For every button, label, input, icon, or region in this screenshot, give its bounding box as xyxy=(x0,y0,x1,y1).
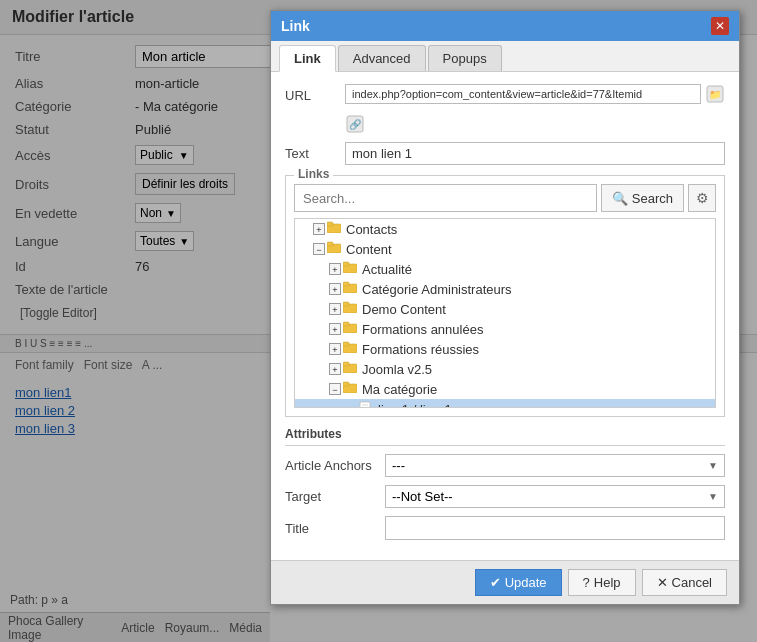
svg-rect-19 xyxy=(343,362,349,366)
target-arrow: ▼ xyxy=(708,491,718,502)
tree-item-label: Catégorie Administrateurs xyxy=(362,282,512,297)
search-button[interactable]: 🔍 Search xyxy=(601,184,684,212)
question-icon: ? xyxy=(583,575,590,590)
url-link-icon[interactable]: 🔗 xyxy=(345,114,365,134)
search-icon: 🔍 xyxy=(612,191,628,206)
links-section: Links 🔍 Search ⚙ +Contacts−Content+Actua… xyxy=(285,175,725,417)
folder-icon xyxy=(343,361,359,377)
tree-item[interactable]: +Demo Content xyxy=(295,299,715,319)
text-label: Text xyxy=(285,142,345,161)
svg-rect-11 xyxy=(343,282,349,286)
modal-titlebar: Link ✕ xyxy=(271,11,739,41)
tree-toggle-icon[interactable]: − xyxy=(327,381,343,397)
tree-item[interactable]: +Catégorie Administrateurs xyxy=(295,279,715,299)
article-anchors-select[interactable]: --- ▼ xyxy=(385,454,725,477)
tree-item-label: Joomla v2.5 xyxy=(362,362,432,377)
browse-icon: 📁 xyxy=(706,85,724,103)
tree-item-label: Contacts xyxy=(346,222,397,237)
url-field-content: 📁 xyxy=(345,84,725,104)
url-browse-icon[interactable]: 📁 xyxy=(705,84,725,104)
help-label: Help xyxy=(594,575,621,590)
close-icon: ✕ xyxy=(715,19,725,33)
tree-item-label: Demo Content xyxy=(362,302,446,317)
text-field-content xyxy=(345,142,725,165)
tree-container[interactable]: +Contacts−Content+Actualité+Catégorie Ad… xyxy=(294,218,716,408)
text-row: Text xyxy=(285,142,725,165)
tree-toggle-icon[interactable]: + xyxy=(311,221,327,237)
tree-toggle-icon[interactable]: + xyxy=(327,261,343,277)
tree-item-label: Content xyxy=(346,242,392,257)
folder-icon xyxy=(343,341,359,357)
search-input[interactable] xyxy=(294,184,597,212)
svg-text:📁: 📁 xyxy=(709,88,722,101)
svg-rect-17 xyxy=(343,342,349,346)
folder-icon xyxy=(327,241,343,257)
article-anchors-value: --- xyxy=(392,458,405,473)
file-icon xyxy=(359,401,375,408)
help-button[interactable]: ? Help xyxy=(568,569,636,596)
title-label: Title xyxy=(285,521,385,536)
svg-rect-15 xyxy=(343,322,349,326)
tab-popups[interactable]: Popups xyxy=(428,45,502,71)
tab-link[interactable]: Link xyxy=(279,45,336,72)
cancel-label: Cancel xyxy=(672,575,712,590)
tree-item-label: Formations réussies xyxy=(362,342,479,357)
tree-toggle-icon[interactable]: − xyxy=(311,241,327,257)
svg-rect-9 xyxy=(343,262,349,266)
svg-text:🔗: 🔗 xyxy=(349,118,362,131)
tree-item-label: Ma catégorie xyxy=(362,382,437,397)
tree-toggle-icon[interactable]: + xyxy=(327,361,343,377)
article-anchors-row: Article Anchors --- ▼ xyxy=(285,454,725,477)
svg-rect-5 xyxy=(327,222,333,226)
links-legend: Links xyxy=(294,167,333,181)
tree-toggle-icon[interactable]: + xyxy=(327,341,343,357)
modal-close-button[interactable]: ✕ xyxy=(711,17,729,35)
attributes-legend: Attributes xyxy=(285,427,725,446)
folder-icon xyxy=(343,301,359,317)
article-anchors-arrow: ▼ xyxy=(708,460,718,471)
tree-item[interactable]: lien 1 / lien-1 xyxy=(295,399,715,408)
folder-icon xyxy=(327,221,343,237)
folder-icon xyxy=(343,261,359,277)
folder-icon xyxy=(343,321,359,337)
search-row: 🔍 Search ⚙ xyxy=(294,184,716,212)
target-label: Target xyxy=(285,489,385,504)
tree-item[interactable]: +Contacts xyxy=(295,219,715,239)
title-row: Title xyxy=(285,516,725,540)
tree-item-label: lien 1 / lien-1 xyxy=(378,402,452,409)
tree-toggle-icon xyxy=(343,401,359,408)
link-icon: 🔗 xyxy=(346,115,364,133)
target-value: --Not Set-- xyxy=(392,489,453,504)
tree-item[interactable]: +Actualité xyxy=(295,259,715,279)
modal-footer: ✔ Update ? Help ✕ Cancel xyxy=(271,560,739,604)
tab-advanced[interactable]: Advanced xyxy=(338,45,426,71)
tree-toggle-icon[interactable]: + xyxy=(327,281,343,297)
article-anchors-label: Article Anchors xyxy=(285,458,385,473)
tree-item-label: Formations annulées xyxy=(362,322,483,337)
gear-button[interactable]: ⚙ xyxy=(688,184,716,212)
tree-item[interactable]: +Formations réussies xyxy=(295,339,715,359)
update-label: Update xyxy=(505,575,547,590)
text-input[interactable] xyxy=(345,142,725,165)
url-label: URL xyxy=(285,84,345,103)
search-label: Search xyxy=(632,191,673,206)
cancel-button[interactable]: ✕ Cancel xyxy=(642,569,727,596)
tree-toggle-icon[interactable]: + xyxy=(327,321,343,337)
update-button[interactable]: ✔ Update xyxy=(475,569,562,596)
modal-tabs: Link Advanced Popups xyxy=(271,41,739,72)
tree-item[interactable]: +Joomla v2.5 xyxy=(295,359,715,379)
check-icon: ✔ xyxy=(490,575,501,590)
svg-rect-21 xyxy=(343,382,349,386)
svg-rect-13 xyxy=(343,302,349,306)
svg-rect-7 xyxy=(327,242,333,246)
url-row: URL 📁 xyxy=(285,84,725,104)
target-row: Target --Not Set-- ▼ xyxy=(285,485,725,508)
modal-body: URL 📁 🔗 Text xyxy=(271,72,739,560)
url-input[interactable] xyxy=(345,84,701,104)
title-input[interactable] xyxy=(385,516,725,540)
tree-item[interactable]: −Ma catégorie xyxy=(295,379,715,399)
tree-item[interactable]: +Formations annulées xyxy=(295,319,715,339)
tree-item[interactable]: −Content xyxy=(295,239,715,259)
tree-toggle-icon[interactable]: + xyxy=(327,301,343,317)
target-select[interactable]: --Not Set-- ▼ xyxy=(385,485,725,508)
